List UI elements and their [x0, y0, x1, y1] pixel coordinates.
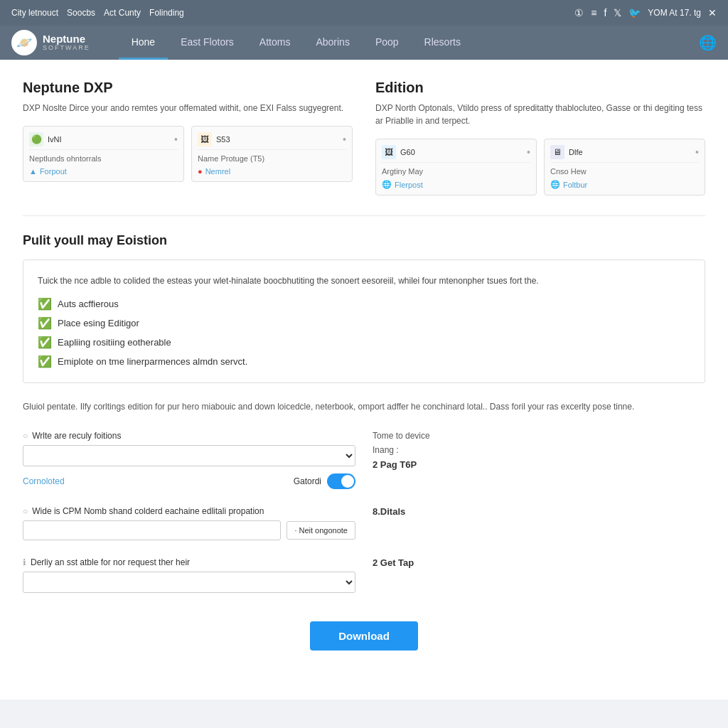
check-list: ✅ Auts acffierous ✅ Place esing Editigor…	[38, 297, 690, 368]
check-icon-2: ✅	[38, 316, 52, 330]
card-s53-footer-text: Nemrel	[205, 167, 230, 176]
card-g60-title: G60	[400, 148, 523, 156]
download-button[interactable]: Download	[310, 621, 418, 651]
card-g60-icon: 🖼	[382, 145, 396, 159]
card-ivni-footer[interactable]: ▲ Forpout	[29, 167, 178, 176]
card-s53-title: S53	[216, 135, 338, 144]
icon-twitter[interactable]: 𝕏	[614, 7, 621, 18]
check-text-1: Auts acffierous	[58, 299, 119, 309]
card-s53-icon: 🖼	[198, 132, 212, 146]
right-cards: 🖼 G60 • Argtiny May 🌐 Flerpost 🖥 Dlfe •	[375, 139, 705, 196]
info-icon-3: ℹ	[23, 557, 26, 567]
radio-icon-2: ○	[23, 506, 28, 516]
topbar-link-4[interactable]: Folinding	[149, 8, 184, 18]
card-ivni-dot: •	[174, 134, 178, 145]
logo-text: Neptune SOFTWARE	[43, 33, 90, 52]
info-value-3: 2 Get Tap	[373, 557, 705, 568]
nav-link-poop[interactable]: Poop	[363, 26, 412, 60]
radio-icon-1: ○	[23, 431, 28, 441]
form-label-3: ℹ Derliy an sst atble for nor request th…	[23, 557, 355, 567]
card-g60-footer[interactable]: 🌐 Flerpost	[382, 180, 530, 189]
card-g60-dot: •	[527, 146, 530, 158]
form-group-2: ○ Wide is CPM Nomb shand colderd eachain…	[23, 506, 355, 540]
form-label-2: ○ Wide is CPM Nomb shand colderd eachain…	[23, 506, 355, 516]
close-icon[interactable]: ✕	[708, 7, 717, 18]
check-item-1: ✅ Auts acffierous	[38, 297, 690, 311]
logo: 🪐 Neptune SOFTWARE	[11, 30, 90, 55]
card-dlfe: 🖥 Dlfe • Cnso Hew 🌐 Foltbur	[544, 139, 705, 196]
card-ivni-title: IvNI	[48, 135, 170, 144]
form-row-1: ○ Wrlte are reculy foitions Cornoloted G…	[23, 431, 705, 489]
nav-link-rlesorts[interactable]: Rlesorts	[412, 26, 473, 60]
icon-menu[interactable]: ≡	[591, 7, 596, 18]
nav-link-aborins[interactable]: Aborins	[303, 26, 362, 60]
card-dlfe-footer-text: Foltbur	[563, 181, 587, 189]
topbar-link-1[interactable]: City letnouct	[11, 8, 58, 18]
nav-links: Hone East Flotors Attoms Aborins Poop Rl…	[119, 26, 473, 60]
card-dlfe-footer[interactable]: 🌐 Foltbur	[550, 180, 699, 189]
nav-link-home[interactable]: Hone	[119, 26, 168, 60]
form-section: ○ Wrlte are reculy foitions Cornoloted G…	[23, 431, 705, 593]
field2-input[interactable]	[23, 520, 281, 540]
check-icon-3: ✅	[38, 336, 52, 349]
top-bar-links: City letnouct Soocbs Act Cunty Folinding	[11, 8, 184, 18]
card-g60-subtitle: Argtiny May	[382, 167, 530, 176]
form-label-1: ○ Wrlte are reculy foitions	[23, 431, 355, 441]
form-row-2: ○ Wide is CPM Nomb shand colderd eachain…	[23, 506, 705, 540]
form-group-1: ○ Wrlte are reculy foitions Cornoloted G…	[23, 431, 355, 489]
card-dlfe-subtitle: Cnso Hew	[550, 167, 699, 176]
icon-facebook[interactable]: f	[604, 7, 606, 18]
form-group-3: ℹ Derliy an sst atble for nor request th…	[23, 557, 355, 593]
field2-btn[interactable]: · Neit ongonote	[287, 521, 355, 540]
check-item-3: ✅ Eapliing rositiing eotherable	[38, 336, 690, 349]
topbar-link-3[interactable]: Act Cunty	[104, 8, 141, 18]
card-dlfe-footer-icon: 🌐	[550, 180, 560, 189]
card-dlfe-title: Dlfe	[569, 148, 691, 156]
left-desc: DXP Noslte Dirce your ando remtes your o…	[23, 102, 353, 114]
pull-title: Pulit youll may Eoistion	[23, 233, 705, 248]
card-g60-header: 🖼 G60 •	[382, 145, 530, 163]
info-sub-1: Inang :	[373, 445, 705, 455]
form-label-text-2: Wide is CPM Nomb shand colderd eachaine …	[32, 506, 264, 516]
globe-icon[interactable]: 🌐	[699, 34, 717, 51]
check-item-4: ✅ Emiplote on tme linerparmences almdn s…	[38, 355, 690, 368]
toggle-label: Gatordi	[294, 476, 321, 486]
field3-select[interactable]	[23, 572, 355, 593]
field1-select[interactable]	[23, 445, 355, 466]
form-label-text-3: Derliy an sst atble for nor request ther…	[31, 557, 190, 567]
card-ivni-footer-icon: ▲	[29, 167, 37, 176]
card-ivni-header: 🟢 IvNI •	[29, 132, 178, 150]
icon-circle[interactable]: ①	[574, 7, 584, 18]
right-section: Edition DXP North Optonals, Vtildo press…	[375, 80, 705, 196]
top-bar: City letnouct Soocbs Act Cunty Folinding…	[0, 0, 728, 26]
toggle-switch[interactable]	[327, 473, 355, 489]
main-content: Neptune DXP DXP Noslte Dirce your ando r…	[0, 60, 728, 700]
form-right-3: 2 Get Tap	[373, 557, 705, 568]
check-icon-4: ✅	[38, 355, 52, 368]
card-s53-footer-icon: ●	[198, 167, 203, 176]
right-title: Edition	[375, 80, 705, 96]
check-item-2: ✅ Place esing Editigor	[38, 316, 690, 330]
card-ivni-icon: 🟢	[29, 132, 43, 146]
input-btn-row: · Neit ongonote	[23, 520, 355, 540]
download-section: Download	[23, 621, 705, 651]
nav-link-east[interactable]: East Flotors	[168, 26, 247, 60]
pull-desc: Tuick the nce adble to colided the estea…	[38, 274, 690, 287]
form-label-text-1: Wrlte are reculy foitions	[32, 431, 121, 441]
divider-1	[23, 215, 705, 216]
card-s53: 🖼 S53 • Name Protuge (T5) ● Nemrel	[191, 126, 353, 182]
body-text: Gluiol pentate. Ilfy corltings edition f…	[23, 400, 705, 414]
card-dlfe-dot: •	[695, 146, 699, 158]
check-text-4: Emiplote on tme linerparmences almdn ser…	[58, 356, 247, 367]
topbar-link-2[interactable]: Soocbs	[67, 8, 95, 18]
form-link-1[interactable]: Cornoloted	[23, 476, 65, 486]
card-ivni: 🟢 IvNI • Neptlunds ohntorrals ▲ Forpout	[23, 126, 184, 182]
nav-link-attoms[interactable]: Attoms	[247, 26, 304, 60]
card-s53-footer[interactable]: ● Nemrel	[198, 167, 346, 176]
info-value-2: 8.Ditals	[373, 506, 705, 517]
form-right-1: Tome to device Inang : 2 Pag T6P	[373, 431, 705, 470]
info-value-1: 2 Pag T6P	[373, 459, 705, 470]
header-section: Neptune DXP DXP Noslte Dirce your ando r…	[23, 80, 705, 196]
top-bar-right: ① ≡ f 𝕏 🐦 YOM At 17. tg ✕	[574, 7, 717, 18]
icon-bird[interactable]: 🐦	[628, 7, 641, 18]
